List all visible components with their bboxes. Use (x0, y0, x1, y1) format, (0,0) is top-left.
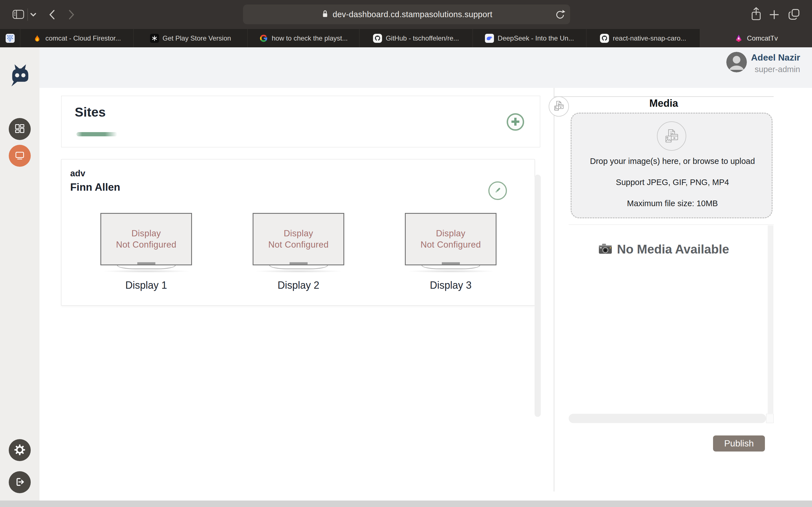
display-unit-1[interactable]: Display Not Configured Display 1 (100, 213, 192, 291)
browser-tab-github[interactable]: GitHub - tschoffelen/re... (359, 29, 473, 47)
forward-icon[interactable] (66, 8, 77, 21)
tv-stand (117, 265, 175, 269)
browser-tab-react-native-snap[interactable]: react-native-snap-caro... (587, 29, 700, 47)
chatgpt-favicon (150, 34, 159, 43)
panel-divider (554, 88, 554, 492)
gear-icon (14, 444, 26, 457)
pixel-art-favicon (6, 34, 15, 43)
display-placeholder: Display Not Configured (116, 228, 176, 250)
edit-site-button[interactable] (488, 181, 507, 200)
tab-title: react-native-snap-caro... (613, 34, 686, 42)
tv-screen: Display Not Configured (100, 213, 192, 265)
tv-shadow (103, 270, 190, 273)
scrollbar-corner (766, 414, 774, 423)
deepseek-favicon (485, 34, 494, 43)
main-vertical-scrollbar[interactable] (535, 175, 541, 417)
display-unit-3[interactable]: Display Not Configured Display 3 (405, 213, 497, 291)
media-list-divider (569, 224, 774, 225)
browser-window: dev-dashboard.cd.stampasolutions.support (0, 0, 812, 507)
chevron-down-icon[interactable] (29, 12, 37, 17)
cat-logo (7, 61, 33, 91)
media-horizontal-scrollbar[interactable] (569, 414, 766, 423)
pencil-icon (493, 186, 502, 195)
media-panel-title: Media (554, 98, 774, 109)
site-name: adv (70, 168, 85, 179)
tab-title: DeepSeek - Into the Un... (498, 34, 574, 42)
browser-tab-pinned[interactable] (0, 29, 20, 47)
tv-shadow (255, 270, 342, 273)
tab-title: GitHub - tschoffelen/re... (386, 34, 459, 42)
tab-title: ComcatTv (747, 34, 777, 42)
camera-icon (598, 243, 612, 256)
tv-screen: Display Not Configured (253, 213, 344, 265)
dropzone-max-size: Maximum file size: 10MB (571, 199, 773, 208)
lock-icon (321, 9, 329, 20)
back-icon[interactable] (47, 8, 57, 21)
sidebar-item-dashboard[interactable] (9, 118, 31, 140)
address-bar[interactable]: dev-dashboard.cd.stampasolutions.support (243, 4, 570, 24)
browser-toolbar: dev-dashboard.cd.stampasolutions.support (0, 0, 812, 29)
reload-icon[interactable] (554, 9, 566, 21)
no-media-text: No Media Available (617, 242, 729, 256)
browser-tab-deepseek[interactable]: DeepSeek - Into the Un... (473, 29, 587, 47)
dashboard-icon (14, 123, 26, 135)
tv-notch (442, 262, 460, 265)
display-label: Display 3 (405, 279, 497, 291)
new-tab-icon[interactable] (767, 8, 781, 21)
display-placeholder: Display Not Configured (420, 228, 481, 250)
tab-title: comcat - Cloud Firestor... (45, 34, 121, 42)
media-panel: Media Drop your image(s) here, or browse… (554, 47, 812, 501)
tv-screen: Display Not Configured (405, 213, 497, 265)
tv-stand (421, 265, 480, 269)
tv-notch (290, 262, 308, 265)
upload-media-icon (657, 121, 686, 151)
tv-stand (269, 265, 328, 269)
tab-strip: comcat - Cloud Firestor... Get Play Stor… (0, 29, 812, 47)
share-icon[interactable] (749, 6, 763, 23)
site-owner: Finn Allen (70, 181, 120, 193)
comcattv-favicon (734, 34, 743, 43)
github-favicon (373, 34, 382, 43)
sidebar-toggle-icon[interactable] (11, 8, 26, 21)
display-label: Display 2 (253, 279, 344, 291)
publish-button[interactable]: Publish (713, 436, 765, 452)
github-favicon (600, 34, 609, 43)
app-sidebar (0, 47, 40, 501)
tab-title: Get Play Store Version (163, 34, 231, 42)
add-site-button[interactable] (507, 113, 524, 131)
sidebar-item-logout[interactable] (9, 471, 31, 493)
google-favicon (259, 34, 268, 43)
dropzone-formats: Support JPEG, GIF, PNG, MP4 (571, 178, 773, 187)
browser-tab-google-search[interactable]: how to check the playst... (248, 29, 359, 47)
bottom-edge-strip (0, 501, 812, 507)
url-text: dev-dashboard.cd.stampasolutions.support (333, 10, 493, 19)
media-vertical-scrollbar[interactable] (768, 225, 773, 413)
browser-tab-comcattv-active[interactable]: ComcatTv (700, 29, 812, 47)
no-media-message: No Media Available (554, 242, 774, 256)
display-unit-2[interactable]: Display Not Configured Display 2 (253, 213, 344, 291)
page-title: Sites (75, 105, 106, 120)
sidebar-item-displays[interactable] (9, 145, 31, 167)
plus-icon (511, 117, 520, 127)
site-card: adv Finn Allen Display Not Configured (61, 159, 535, 305)
tv-notch (137, 262, 155, 265)
firebase-favicon (33, 34, 42, 43)
tv-shadow (407, 270, 495, 273)
tab-overview-icon[interactable] (786, 6, 802, 22)
browser-tab-comcat-firestore[interactable]: comcat - Cloud Firestor... (20, 29, 134, 47)
sidebar-item-settings[interactable] (9, 439, 31, 461)
browser-tab-chatgpt[interactable]: Get Play Store Version (134, 29, 248, 47)
dropzone-instruction: Drop your image(s) here, or browse to up… (571, 157, 773, 166)
tv-icon (14, 150, 26, 162)
display-placeholder: Display Not Configured (268, 228, 328, 250)
media-dropzone[interactable]: Drop your image(s) here, or browse to up… (571, 113, 772, 218)
sites-header-card: Sites (61, 96, 540, 147)
logout-icon (14, 476, 26, 489)
tab-title: how to check the playst... (272, 34, 348, 42)
display-label: Display 1 (100, 279, 192, 291)
panel-top-border (554, 96, 774, 97)
title-underline (77, 132, 117, 136)
toolbar-divider (28, 8, 28, 21)
